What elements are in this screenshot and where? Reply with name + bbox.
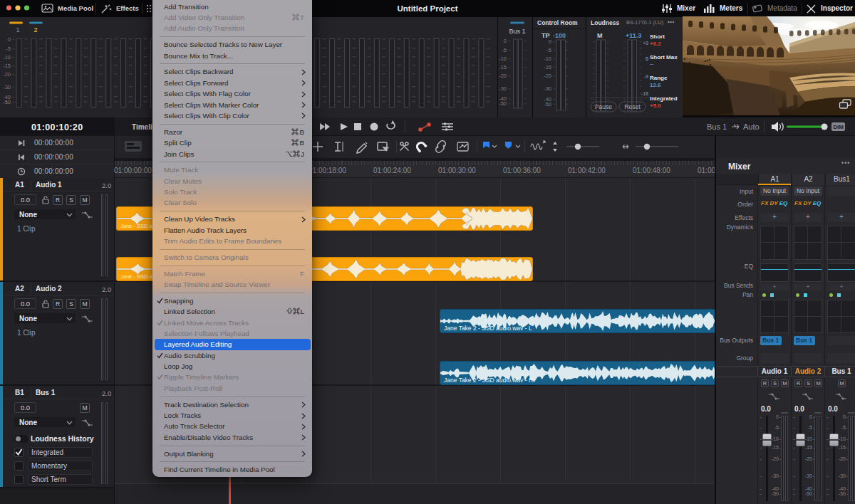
svg-text:--: -- (650, 61, 654, 67)
svg-text:-50: -50 (544, 101, 551, 107)
svg-text:0: 0 (549, 38, 551, 45)
svg-text:-10: -10 (499, 56, 507, 62)
svg-text:-15: -15 (544, 64, 551, 70)
svg-text:+6.2: +6.2 (650, 41, 661, 47)
svg-text:-30: -30 (544, 85, 551, 92)
svg-text:Inspector: Inspector (821, 4, 853, 12)
svg-text:-100: -100 (553, 32, 566, 39)
svg-text:-5: -5 (502, 47, 507, 53)
svg-text:+5.0: +5.0 (650, 103, 661, 109)
svg-text:-9: -9 (644, 74, 648, 79)
svg-text:Short Max: Short Max (650, 54, 678, 61)
svg-text:DIM: DIM (833, 124, 844, 130)
svg-text:Loudness: Loudness (591, 19, 619, 26)
svg-text:12.6: 12.6 (650, 82, 661, 88)
svg-text:M: M (597, 32, 603, 39)
svg-text:BS.1770-1 (LU): BS.1770-1 (LU) (626, 19, 664, 26)
svg-text:+11.3: +11.3 (626, 32, 641, 39)
svg-text:-20: -20 (3, 71, 11, 78)
svg-text:Untitled Project: Untitled Project (398, 4, 458, 13)
svg-text:1: 1 (16, 26, 19, 33)
svg-text:-20: -20 (499, 73, 507, 79)
svg-text:0: 0 (8, 36, 11, 43)
svg-text:-5: -5 (546, 47, 551, 53)
svg-text:-30: -30 (499, 85, 507, 92)
svg-text:0: 0 (504, 38, 507, 44)
svg-text:-18: -18 (641, 91, 648, 96)
svg-text:•••: ••• (668, 19, 675, 25)
svg-text:-5: -5 (6, 46, 11, 52)
svg-text:Control Room: Control Room (537, 19, 578, 26)
svg-text:-10: -10 (3, 54, 11, 61)
svg-text:Auto: Auto (743, 122, 760, 131)
svg-text:-30: -30 (3, 84, 11, 90)
svg-text:-20: -20 (544, 73, 551, 79)
svg-text:-50: -50 (499, 100, 507, 107)
svg-text:Short: Short (650, 33, 665, 40)
svg-text:-50: -50 (3, 99, 11, 105)
svg-text:Bus 1: Bus 1 (509, 28, 525, 35)
svg-text:Mixer: Mixer (677, 4, 695, 12)
svg-text:Integrated: Integrated (650, 95, 678, 102)
svg-text:-15: -15 (499, 64, 507, 70)
svg-text:Bus 1: Bus 1 (707, 122, 727, 131)
svg-text:+9: +9 (643, 41, 648, 46)
svg-text:Meters: Meters (720, 4, 743, 12)
svg-text:Range: Range (650, 75, 668, 81)
svg-text:Effects: Effects (116, 4, 139, 12)
svg-text:0: 0 (646, 56, 648, 61)
svg-text:Pause: Pause (595, 103, 612, 110)
svg-text:Reset: Reset (624, 103, 641, 110)
svg-text:-10: -10 (544, 56, 551, 62)
svg-text:Media Pool: Media Pool (58, 4, 93, 12)
svg-text:-15: -15 (3, 63, 11, 69)
svg-text:Metadata: Metadata (767, 4, 797, 12)
svg-text:2: 2 (33, 26, 37, 33)
